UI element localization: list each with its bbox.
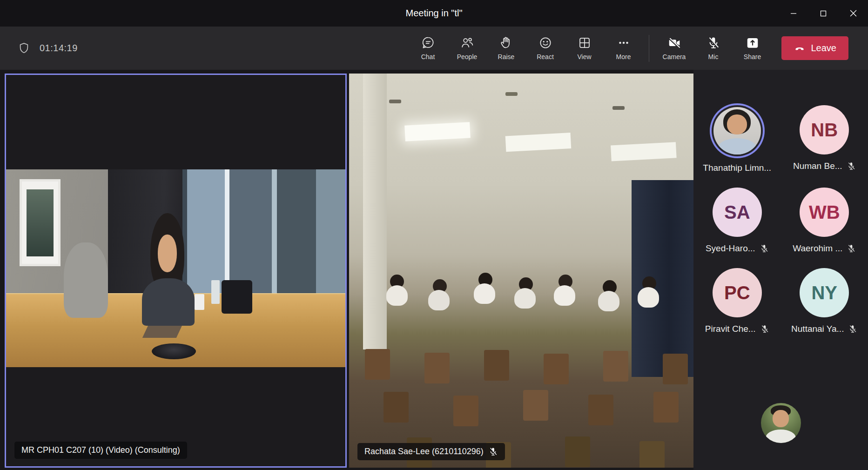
meeting-info: 01:14:19: [18, 42, 78, 54]
leave-label: Leave: [811, 43, 837, 54]
people-icon: [460, 36, 474, 50]
camera-off-icon: [667, 36, 681, 50]
ceiling-fans: [389, 100, 401, 103]
classroom-video-frame: [349, 74, 693, 468]
leave-button[interactable]: Leave: [781, 36, 849, 60]
mic-off-icon: [760, 244, 769, 253]
participant-numan[interactable]: NB Numan Be...: [781, 105, 868, 174]
mic-toggle-button[interactable]: Mic: [694, 36, 733, 60]
tile-name-label: MR CPH01 C207 (10) (Video) (Consulting): [14, 442, 187, 459]
maximize-button[interactable]: [808, 0, 838, 27]
participant-name: Thanathip Limn...: [703, 163, 771, 173]
participant-name: Syed-Haro...: [706, 243, 755, 254]
raise-hand-icon: [499, 36, 513, 50]
participant-thanathip[interactable]: Thanathip Limn...: [693, 105, 781, 174]
view-icon: [578, 36, 592, 50]
window-controls: [779, 0, 868, 27]
maximize-icon: [820, 10, 827, 17]
participant-name: Piravit Che...: [705, 324, 756, 334]
ceiling-lights: [404, 122, 471, 141]
avatar: WB: [800, 188, 849, 237]
hang-up-icon: [794, 42, 806, 54]
tile-name-label: Rachata Sae-Lee (6210110296): [357, 443, 505, 460]
avatar: NY: [800, 268, 849, 317]
participant-name: Waerohim ...: [793, 243, 842, 254]
curtain: [632, 180, 693, 377]
room-video-frame: [6, 169, 345, 367]
titlebar: Meeting in "tl": [0, 0, 868, 27]
mic-off-icon: [848, 324, 857, 334]
toolbar-divider: [649, 35, 649, 62]
more-icon: [617, 36, 631, 50]
share-button[interactable]: Share: [733, 36, 772, 60]
participant-name: Nuttanai Ya...: [791, 324, 844, 334]
share-icon: [746, 36, 760, 50]
mic-off-icon: [488, 447, 498, 457]
avatar: NB: [800, 105, 849, 154]
chat-icon: [421, 36, 435, 50]
participant-name: Numan Be...: [793, 161, 842, 171]
meeting-stage: MR CPH01 C207 (10) (Video) (Consulting) …: [0, 70, 868, 470]
window-title: Meeting in "tl": [405, 8, 462, 19]
mug: [195, 294, 205, 310]
meeting-timer: 01:14:19: [40, 43, 78, 54]
meeting-toolbar: 01:14:19 Chat People Raise: [0, 27, 868, 70]
react-icon: [538, 36, 552, 50]
participants-grid: Thanathip Limn... NB Numan Be...: [693, 70, 868, 335]
bottle: [211, 280, 219, 304]
raise-hand-button[interactable]: Raise: [487, 36, 526, 60]
classroom-chairs: [365, 349, 390, 380]
shield-icon: [18, 42, 30, 54]
close-icon: [850, 10, 857, 17]
participants-sidebar: Thanathip Limn... NB Numan Be...: [693, 70, 868, 470]
mic-off-icon: [760, 324, 769, 334]
mic-off-icon: [707, 36, 720, 50]
speakerphone: [152, 343, 196, 359]
participant-piravit[interactable]: PC Piravit Che...: [693, 268, 781, 335]
camera-toggle-button[interactable]: Camera: [655, 36, 694, 60]
react-button[interactable]: React: [526, 36, 565, 60]
close-button[interactable]: [838, 0, 868, 27]
minimize-icon: [790, 10, 797, 17]
chat-button[interactable]: Chat: [409, 36, 448, 60]
avatar: SA: [713, 188, 762, 237]
device: [222, 280, 252, 314]
people-button[interactable]: People: [448, 36, 487, 60]
avatar: PC: [713, 268, 762, 317]
toolbar-buttons: Chat People Raise React: [409, 35, 849, 62]
participant-waerohim[interactable]: WB Waerohim ...: [781, 188, 868, 254]
chair: [64, 242, 108, 318]
video-tile-room[interactable]: MR CPH01 C207 (10) (Video) (Consulting): [5, 74, 347, 468]
minimize-button[interactable]: [779, 0, 808, 27]
mic-off-icon: [847, 161, 856, 171]
mic-off-icon: [847, 244, 856, 253]
more-button[interactable]: More: [604, 36, 643, 60]
participant-syed[interactable]: SA Syed-Haro...: [693, 188, 781, 254]
self-view-avatar[interactable]: [761, 403, 801, 443]
participant-nuttanai[interactable]: NY Nuttanai Ya...: [781, 268, 868, 335]
avatar: [713, 107, 761, 154]
view-button[interactable]: View: [565, 36, 604, 60]
video-tile-classroom[interactable]: Rachata Sae-Lee (6210110296): [349, 74, 693, 468]
